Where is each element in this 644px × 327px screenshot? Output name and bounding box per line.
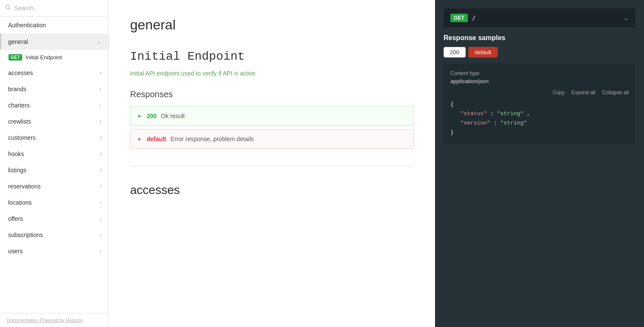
tab-default[interactable]: default bbox=[468, 47, 498, 58]
page-title: general bbox=[130, 17, 414, 33]
response-samples-section: Response samples 200 default Content typ… bbox=[444, 34, 635, 144]
get-badge-large: GET bbox=[450, 14, 468, 22]
chevron-right-icon: › bbox=[100, 70, 102, 76]
chevron-right-icon: › bbox=[100, 200, 102, 205]
search-icon bbox=[5, 4, 11, 12]
chevron-right-icon: ► bbox=[137, 113, 142, 119]
sidebar-item-reservations[interactable]: reservations › bbox=[0, 178, 108, 194]
right-panel: GET / ⌄ Response samples 200 default Con… bbox=[435, 0, 644, 327]
expand-all-button[interactable]: Expand all bbox=[571, 90, 595, 95]
endpoint-description: Initial API endpoint used to verify if A… bbox=[130, 70, 414, 77]
code-actions: Copy Expand all Collapse all bbox=[450, 90, 629, 95]
chevron-right-icon: › bbox=[100, 183, 102, 189]
chevron-right-icon: › bbox=[100, 216, 102, 222]
sidebar-item-subscriptions[interactable]: subscriptions › bbox=[0, 227, 108, 243]
chevron-right-icon: › bbox=[100, 135, 102, 141]
sidebar-item-customers[interactable]: customers › bbox=[0, 130, 108, 146]
sidebar-item-users[interactable]: users › bbox=[0, 243, 108, 259]
sidebar-subitem-initial-endpoint[interactable]: GET Initial Endpoint bbox=[0, 50, 108, 65]
sidebar-item-accesses[interactable]: accesses › bbox=[0, 65, 108, 81]
json-line-3: "version" : "string" bbox=[450, 119, 629, 128]
response-default-code: default bbox=[147, 136, 166, 142]
responses-heading: Responses bbox=[130, 90, 414, 99]
search-box[interactable]: Search... bbox=[0, 0, 108, 17]
sidebar-item-crewlists[interactable]: crewlists › bbox=[0, 113, 108, 130]
tab-200[interactable]: 200 bbox=[444, 47, 466, 58]
chevron-right-icon: › bbox=[100, 232, 102, 238]
chevron-right-icon: › bbox=[100, 167, 102, 173]
sidebar-item-authentication[interactable]: Authentication bbox=[0, 17, 108, 34]
chevron-right-icon: › bbox=[100, 151, 102, 157]
response-tabs: 200 default bbox=[444, 47, 635, 58]
svg-line-1 bbox=[9, 8, 10, 9]
chevron-down-icon[interactable]: ⌄ bbox=[624, 14, 629, 21]
endpoint-path: / bbox=[472, 14, 476, 21]
sidebar: Search... Authentication general ⌄ GET I… bbox=[0, 0, 109, 327]
get-badge: GET bbox=[9, 54, 22, 61]
section-divider bbox=[130, 166, 414, 166]
content-type-value: application/json bbox=[450, 78, 629, 84]
search-placeholder-text: Search... bbox=[15, 5, 38, 12]
collapse-all-button[interactable]: Collapse all bbox=[602, 90, 629, 95]
content-type-label: Content type bbox=[450, 70, 629, 76]
sidebar-item-charters[interactable]: charters › bbox=[0, 97, 108, 113]
sidebar-item-hooks[interactable]: hooks › bbox=[0, 146, 108, 162]
json-line-4: } bbox=[450, 128, 629, 137]
chevron-right-icon: › bbox=[100, 248, 102, 254]
response-default-row[interactable]: ► default Error response, problem detail… bbox=[130, 129, 414, 149]
chevron-right-icon: › bbox=[100, 119, 102, 124]
main-content: general Initial Endpoint Initial API end… bbox=[109, 0, 435, 327]
chevron-right-icon: › bbox=[100, 102, 102, 108]
sidebar-item-brands[interactable]: brands › bbox=[0, 81, 108, 97]
chevron-right-icon: ► bbox=[137, 136, 142, 142]
code-block: Content type application/json Copy Expan… bbox=[444, 64, 635, 144]
sidebar-item-locations[interactable]: locations › bbox=[0, 194, 108, 211]
sidebar-item-offers[interactable]: offers › bbox=[0, 211, 108, 227]
chevron-right-icon: › bbox=[100, 86, 102, 92]
endpoint-title: Initial Endpoint bbox=[130, 50, 414, 63]
sidebar-item-general[interactable]: general ⌄ bbox=[0, 34, 108, 50]
endpoint-bar-left: GET / bbox=[450, 14, 476, 22]
json-code: { "status" : "string" , "version" : "str… bbox=[450, 100, 629, 137]
response-default-text: Error response, problem details bbox=[171, 136, 254, 142]
sidebar-item-listings[interactable]: listings › bbox=[0, 162, 108, 178]
chevron-down-icon: ⌄ bbox=[97, 39, 102, 45]
response-200-row[interactable]: ► 200 Ok result bbox=[130, 106, 414, 126]
response-samples-title: Response samples bbox=[444, 34, 635, 42]
response-200-text: Ok result bbox=[161, 113, 185, 119]
sidebar-nav: Authentication general ⌄ GET Initial End… bbox=[0, 17, 108, 313]
json-line-2: "status" : "string" , bbox=[450, 109, 629, 119]
endpoint-bar: GET / ⌄ bbox=[444, 9, 635, 27]
json-line-1: { bbox=[450, 100, 629, 109]
accesses-title: accesses bbox=[130, 183, 414, 197]
response-200-code: 200 bbox=[147, 113, 157, 119]
copy-button[interactable]: Copy bbox=[553, 90, 565, 95]
powered-by-link[interactable]: Documentation Powered by Redocly bbox=[0, 313, 108, 327]
